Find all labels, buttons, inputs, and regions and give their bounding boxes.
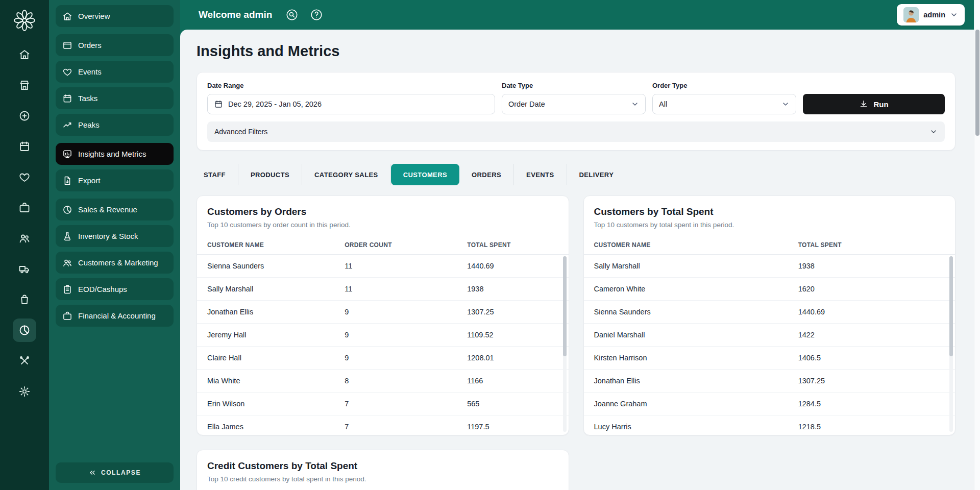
sidebar-item-events[interactable]: Events [56,61,174,83]
rail-storefront-button[interactable] [13,74,36,97]
page-scrollbar-thumb[interactable] [975,30,979,136]
table-cell: Sienna Saunders [197,255,334,278]
table-cell: 565 [457,393,568,415]
customers-by-orders-table: CUSTOMER NAMEORDER COUNTTOTAL SPENTSienn… [197,236,569,435]
table-row: Daniel Marshall1422 [584,324,955,347]
file-export-icon [62,176,72,186]
rail-briefcase-button[interactable] [13,196,36,219]
tab-orders[interactable]: ORDERS [459,164,514,185]
home-icon [18,48,31,61]
date-range-label: Date Range [207,82,495,89]
card-subtitle: Top 10 credit customers by total spent i… [207,475,558,483]
table-cell: 1208.01 [457,347,568,370]
table-cell: 1197.5 [457,415,568,436]
chevrons-left-icon [88,469,96,477]
user-name: admin [923,11,945,19]
sidebar-item-inventory-stock[interactable]: Inventory & Stock [56,225,174,247]
table-row: Ella James71197.5 [197,415,569,436]
table-row: Lucy Harris1218.5 [584,415,955,436]
date-type-select[interactable]: Order Date [502,94,646,114]
tab-staff[interactable]: STAFF [197,164,238,185]
sidebar-item-customers-marketing[interactable]: Customers & Marketing [56,252,174,274]
app-logo[interactable] [10,6,39,35]
user-menu[interactable]: admin [897,4,965,26]
window-icon [62,40,72,51]
pie-chart-icon [18,324,31,336]
page-title: Insights and Metrics [197,43,955,60]
table-row: Erin Wilson7565 [197,393,569,415]
rail-home-button[interactable] [13,43,36,66]
table-scrollbar-thumb[interactable] [563,256,567,356]
rail-truck-button[interactable] [13,257,36,281]
table-cell: 1938 [457,278,568,301]
sidebar-item-insights-and-metrics[interactable]: Insights and Metrics [56,143,174,165]
collapse-sidebar-button[interactable]: COLLAPSE [56,462,174,483]
run-button[interactable]: Run [803,94,945,114]
advanced-filters-toggle[interactable]: Advanced Filters [207,121,945,142]
table-cell: Sienna Saunders [584,301,788,324]
table-cell: 1406.5 [788,347,955,370]
customers-by-total-spent-table: CUSTOMER NAMETOTAL SPENTSally Marshall19… [584,236,955,435]
sidebar-item-sales-revenue[interactable]: Sales & Revenue [56,199,174,220]
order-type-value: All [659,100,667,108]
sidebar-group: Sales & RevenueInventory & StockCustomer… [56,199,174,327]
sidebar-group: OrdersEventsTasksPeaks [56,34,174,136]
sidebar-item-export[interactable]: Export [56,169,174,191]
table-cell: 9 [334,324,457,347]
users-icon [18,232,31,244]
sidebar-item-financial-accounting[interactable]: Financial & Accounting [56,305,174,327]
order-type-label: Order Type [652,82,796,89]
date-range-input[interactable] [228,100,488,108]
chevron-down-icon [781,100,790,108]
rail-gear-button[interactable] [13,380,36,403]
card-title: Customers by Total Spent [594,206,945,217]
rail-tools-button[interactable] [13,349,36,373]
sidebar-item-peaks[interactable]: Peaks [56,114,174,136]
table-cell: Mia White [197,370,334,393]
table-row: Sally Marshall111938 [197,278,569,301]
flask-icon [62,231,72,241]
rail-heart-button[interactable] [13,165,36,189]
sidebar-item-overview[interactable]: Overview [56,5,174,27]
rail-calendar-button[interactable] [13,135,36,158]
table-cell: 1307.25 [457,301,568,324]
table-cell: 7 [334,393,457,415]
report-tabs: STAFFPRODUCTSCATEGORY SALESCUSTOMERSORDE… [197,164,955,185]
rail-nav [13,43,36,403]
rail-bag-button[interactable] [13,288,36,311]
table-row: Jeremy Hall91109.52 [197,324,569,347]
sidebar-item-eod-cashups[interactable]: EOD/Cashups [56,278,174,300]
sidebar-item-label: EOD/Cashups [78,285,127,293]
calendar-icon [214,100,223,109]
table-cell: 1422 [788,324,955,347]
table-scrollbar [949,256,953,432]
content: Insights and Metrics Date Range [180,30,974,490]
search-button[interactable] [285,8,299,21]
table-cell: 9 [334,347,457,370]
order-type-select[interactable]: All [652,94,796,114]
column-header: CUSTOMER NAME [584,236,788,255]
table-row: Kirsten Harrison1406.5 [584,347,955,370]
rail-pie-chart-button[interactable] [13,318,36,342]
avatar [903,7,919,22]
tab-category-sales[interactable]: CATEGORY SALES [302,164,391,185]
table-scrollbar-thumb[interactable] [949,256,953,356]
table-cell: 1218.5 [788,415,955,436]
sidebar-item-tasks[interactable]: Tasks [56,87,174,109]
customers-by-total-spent-card: Customers by Total Spent Top 10 customer… [583,195,956,435]
storefront-icon [18,79,31,91]
date-type-field: Date Type Order Date [502,82,646,114]
tab-products[interactable]: PRODUCTS [238,164,302,185]
rail-users-button[interactable] [13,227,36,250]
pie-chart-icon [62,205,72,215]
tab-customers[interactable]: CUSTOMERS [391,164,459,185]
help-button[interactable] [310,8,323,21]
table-cell: 1109.52 [457,324,568,347]
chevron-down-icon [950,11,958,19]
flower-logo-icon [11,7,38,34]
table-cell: Sally Marshall [584,255,788,278]
rail-plus-circle-button[interactable] [13,104,36,128]
tab-delivery[interactable]: DELIVERY [567,164,626,185]
sidebar-item-orders[interactable]: Orders [56,34,174,56]
tab-events[interactable]: EVENTS [514,164,567,185]
